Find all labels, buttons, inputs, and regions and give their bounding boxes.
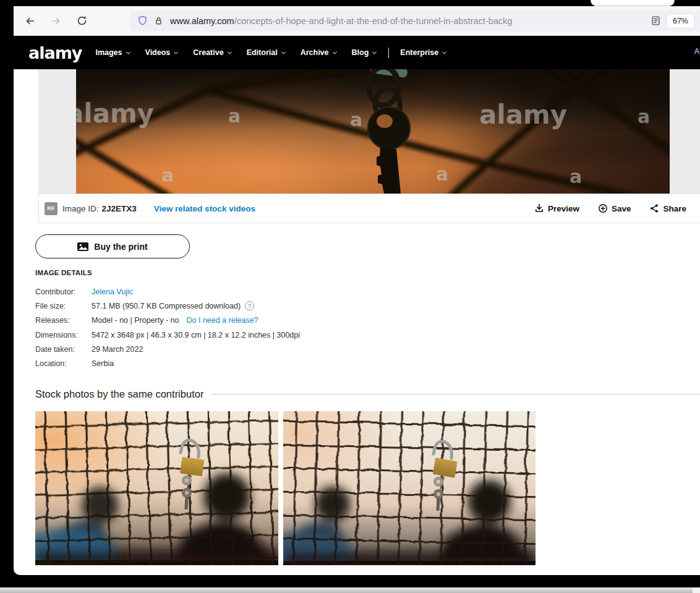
mesh-fence xyxy=(35,411,278,565)
svg-text:a: a xyxy=(436,163,448,185)
share-icon xyxy=(649,203,659,213)
url-bar[interactable]: www.alamy.com/concepts-of-hope-and-light… xyxy=(130,11,700,32)
image-id-bar: RF Image ID: 2J2ETX3 View related stock … xyxy=(38,194,700,223)
contributor-thumbnails xyxy=(35,411,536,565)
svg-text:a: a xyxy=(228,105,241,127)
chevron-down-icon xyxy=(442,49,446,54)
reader-mode-button[interactable] xyxy=(651,15,661,26)
chevron-down-icon xyxy=(228,49,232,54)
url-domain: www.alamy.com xyxy=(170,16,234,26)
hero-stage: alamy alamy a a a a a a xyxy=(38,69,700,194)
detail-row-contributor: Contributor: Jelena Vujic xyxy=(35,284,300,299)
svg-text:a: a xyxy=(638,106,650,127)
section-rule xyxy=(211,394,700,395)
nav-item-images[interactable]: Images xyxy=(95,48,129,57)
detail-row-date-taken: Date taken: 29 March 2022 xyxy=(35,342,300,356)
image-details-section: IMAGE DETAILS Contributor: Jelena Vujic … xyxy=(35,269,300,371)
chevron-down-icon xyxy=(174,49,178,54)
release-question-link[interactable]: Do I need a release? xyxy=(187,316,258,325)
image-id-label: Image ID: xyxy=(62,204,99,213)
chevron-down-icon xyxy=(281,49,286,54)
nav-item-archive[interactable]: Archive xyxy=(301,48,336,57)
nav-item-blog[interactable]: Blog xyxy=(352,48,377,57)
save-plus-icon xyxy=(598,203,608,213)
svg-text:a: a xyxy=(350,109,362,130)
detail-row-dimensions: Dimensions: 5472 x 3648 px | 46.3 x 30.9… xyxy=(35,328,300,342)
nav-item-videos[interactable]: Videos xyxy=(145,48,178,57)
license-rf-badge: RF xyxy=(45,202,58,215)
image-id-value: 2J2ETX3 xyxy=(102,204,137,213)
taskbar-chip xyxy=(693,588,700,593)
thumbnail-padlock-fence-1[interactable] xyxy=(35,411,278,565)
nav-right-truncated-text[interactable]: Al xyxy=(694,47,700,56)
url-text: www.alamy.com/concepts-of-hope-and-light… xyxy=(170,16,646,26)
chevron-down-icon xyxy=(332,49,336,54)
reload-button[interactable] xyxy=(72,11,92,31)
image-actions: Preview Save Share xyxy=(534,203,686,213)
detail-row-releases: Releases: Model - no | Property - no Do … xyxy=(35,314,300,328)
contributor-section-heading: Stock photos by the same contributor xyxy=(35,388,203,400)
image-details-heading: IMAGE DETAILS xyxy=(35,269,300,276)
detail-row-location: Location: Serbia xyxy=(35,356,300,370)
svg-text:a: a xyxy=(161,164,174,186)
nav-item-editorial[interactable]: Editorial xyxy=(247,48,285,57)
save-button[interactable]: Save xyxy=(598,203,631,213)
svg-text:alamy: alamy xyxy=(479,100,567,130)
share-button[interactable]: Share xyxy=(649,203,686,213)
nav-item-enterprise[interactable]: Enterprise xyxy=(400,48,446,57)
browser-tab-remnant[interactable] xyxy=(591,0,675,6)
buy-the-print-button[interactable]: Buy the print xyxy=(35,234,190,258)
preview-button[interactable]: Preview xyxy=(534,203,579,213)
url-fade xyxy=(602,16,646,26)
reload-icon xyxy=(77,15,87,26)
reader-mode-icon xyxy=(651,15,661,26)
thumbnail-padlock-fence-2[interactable] xyxy=(283,411,536,565)
forward-arrow-icon xyxy=(51,16,61,26)
browser-toolbar: www.alamy.com/concepts-of-hope-and-light… xyxy=(14,6,700,36)
svg-text:alamy: alamy xyxy=(76,98,154,129)
chevron-down-icon xyxy=(126,49,130,54)
picture-icon xyxy=(77,242,88,251)
stock-photo-key-on-fence[interactable]: alamy alamy a a a a a a xyxy=(76,69,670,194)
forward-button[interactable] xyxy=(46,11,66,31)
taskbar-strip xyxy=(0,587,700,593)
svg-text:a: a xyxy=(570,166,582,187)
tracking-shield-icon[interactable] xyxy=(137,15,148,26)
alamy-page: alamy Images Videos Creative Editorial A… xyxy=(14,36,700,575)
back-arrow-icon xyxy=(25,16,35,26)
contributor-section-header: Stock photos by the same contributor xyxy=(35,388,700,400)
nav-divider xyxy=(388,48,389,58)
alamy-navbar: alamy Images Videos Creative Editorial A… xyxy=(14,36,700,69)
back-button[interactable] xyxy=(20,11,40,31)
alamy-logo[interactable]: alamy xyxy=(28,43,82,62)
contributor-link[interactable]: Jelena Vujic xyxy=(92,288,133,296)
lock-icon[interactable] xyxy=(154,16,163,26)
mesh-fence xyxy=(283,411,536,565)
url-path: /concepts-of-hope-and-light-at-the-end-o… xyxy=(234,16,513,26)
detail-row-filesize: File size: 57.1 MB (950.7 KB Compressed … xyxy=(35,299,300,313)
help-icon[interactable]: ? xyxy=(245,301,254,310)
preview-download-icon xyxy=(534,203,544,213)
related-videos-link[interactable]: View related stock videos xyxy=(154,204,255,213)
chevron-down-icon xyxy=(372,49,377,54)
nav-item-creative[interactable]: Creative xyxy=(193,48,231,57)
zoom-level-badge[interactable]: 67% xyxy=(667,14,694,28)
screen: www.alamy.com/concepts-of-hope-and-light… xyxy=(0,0,700,593)
